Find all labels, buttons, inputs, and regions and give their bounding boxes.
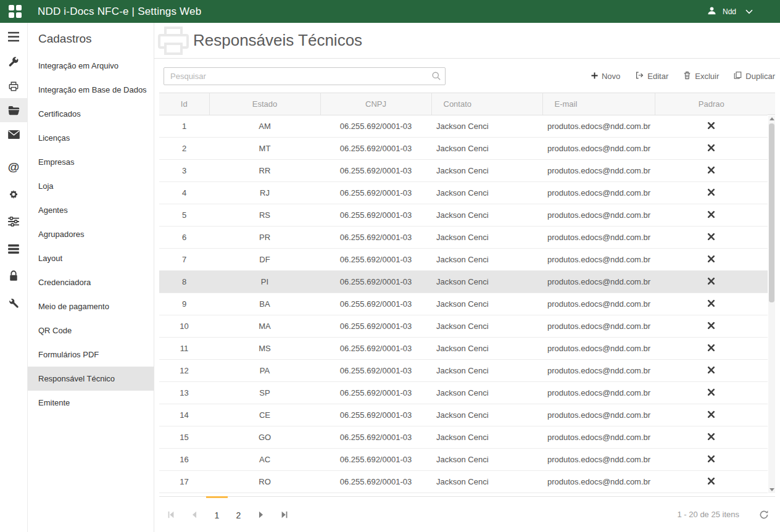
lock-icon[interactable]	[0, 262, 27, 289]
column-header-id[interactable]: Id	[159, 93, 209, 115]
table-row[interactable]: 10MA06.255.692/0001-03Jackson Cenciprodu…	[159, 315, 768, 338]
duplicar-button[interactable]: Duplicar	[734, 71, 775, 81]
search-box	[164, 67, 446, 85]
novo-label: Novo	[602, 72, 620, 81]
table-row[interactable]: 13SP06.255.692/0001-03Jackson Cenciprodu…	[159, 382, 768, 404]
table-row[interactable]: 5RS06.255.692/0001-03Jackson Cenciprodut…	[159, 204, 768, 227]
pager-next-button[interactable]	[249, 497, 273, 532]
refresh-button[interactable]	[753, 497, 775, 532]
table-row[interactable]: 1AM06.255.692/0001-03Jackson Cenciprodut…	[159, 115, 768, 138]
chevron-down-icon	[745, 7, 753, 16]
table-row[interactable]: 15GO06.255.692/0001-03Jackson Cenciprodu…	[159, 426, 768, 449]
stack-icon[interactable]	[0, 235, 27, 262]
table-row[interactable]: 11MS06.255.692/0001-03Jackson Cenciprodu…	[159, 338, 768, 360]
actions-bar: Novo Editar Excluir	[159, 67, 775, 85]
sidebar-item[interactable]: Emitente	[28, 391, 154, 415]
column-header-email[interactable]: E-mail	[542, 93, 655, 115]
pager-pages: 12	[206, 497, 249, 532]
pager-page-2[interactable]: 2	[228, 496, 249, 532]
sidebar-item[interactable]: Loja	[28, 174, 154, 198]
scroll-thumb[interactable]	[769, 123, 774, 302]
gear-icon[interactable]	[0, 181, 27, 208]
sidebar: Cadastros Integração em ArquivoIntegraçã…	[28, 23, 154, 532]
column-header-estado[interactable]: Estado	[209, 93, 320, 115]
sliders-icon[interactable]	[0, 208, 27, 235]
sidebar-item[interactable]: Layout	[28, 246, 154, 270]
search-input[interactable]	[164, 67, 446, 85]
not-default-icon	[707, 300, 715, 309]
sidebar-item[interactable]: Integração em Arquivo	[28, 54, 154, 78]
vertical-scrollbar[interactable]	[768, 115, 775, 493]
app-launcher-icon[interactable]	[9, 5, 22, 19]
page-header: Responsáveis Técnicos	[154, 23, 780, 59]
search-icon[interactable]	[431, 71, 441, 83]
mail-icon[interactable]	[0, 122, 27, 146]
not-default-icon	[707, 367, 715, 376]
table-row[interactable]: 9BA06.255.692/0001-03Jackson Cenciprodut…	[159, 293, 768, 315]
pager-last-button[interactable]	[273, 497, 296, 532]
sidebar-item[interactable]: Meio de pagamento	[28, 294, 154, 318]
not-default-icon	[707, 256, 715, 265]
folder-icon[interactable]	[0, 98, 27, 122]
not-default-icon	[707, 411, 715, 420]
pager-page-1[interactable]: 1	[206, 496, 228, 532]
grid-header: IdEstadoCNPJContatoE-mailPadrao	[159, 93, 768, 115]
sidebar-item[interactable]: Responsável Técnico	[28, 367, 154, 391]
table-row[interactable]: 2MT06.255.692/0001-03Jackson Cenciprodut…	[159, 138, 768, 160]
not-default-icon	[707, 278, 715, 287]
excluir-button[interactable]: Excluir	[683, 71, 719, 81]
scroll-up-arrow[interactable]	[768, 115, 775, 122]
table-row[interactable]: 12PA06.255.692/0001-03Jackson Cenciprodu…	[159, 360, 768, 382]
menu-icon[interactable]	[0, 23, 27, 50]
table-row[interactable]: 7DF06.255.692/0001-03Jackson Cenciprodut…	[159, 249, 768, 271]
not-default-icon	[707, 344, 715, 354]
novo-button[interactable]: Novo	[591, 72, 620, 81]
editar-label: Editar	[647, 72, 668, 81]
pager-prev-button[interactable]	[183, 497, 206, 532]
sidebar-item[interactable]: Empresas	[28, 150, 154, 174]
not-default-icon	[707, 122, 715, 131]
user-menu[interactable]: Ndd	[707, 6, 753, 18]
page-title: Responsáveis Técnicos	[193, 31, 362, 50]
scroll-down-arrow[interactable]	[768, 486, 775, 493]
scrollbar-corner	[768, 93, 775, 115]
sidebar-item[interactable]: Agentes	[28, 198, 154, 222]
table-row[interactable]: 6PR06.255.692/0001-03Jackson Cenciprodut…	[159, 227, 768, 249]
pager-first-button[interactable]	[159, 497, 183, 532]
editar-button[interactable]: Editar	[635, 71, 668, 81]
printer-icon[interactable]	[0, 74, 27, 98]
not-default-icon	[707, 455, 715, 465]
column-header-contato[interactable]: Contato	[431, 93, 542, 115]
grid-toolbar: Novo Editar Excluir	[591, 71, 775, 81]
table-row[interactable]: 14CE06.255.692/0001-03Jackson Cenciprodu…	[159, 404, 768, 426]
main-content: Responsáveis Técnicos Novo	[154, 23, 780, 532]
table-row[interactable]: 8PI06.255.692/0001-03Jackson Cenciprodut…	[159, 271, 768, 293]
wrench-icon[interactable]	[0, 289, 27, 317]
icon-rail: @	[0, 23, 28, 532]
user-icon	[707, 6, 717, 18]
sidebar-item[interactable]: Formulários PDF	[28, 343, 154, 367]
sidebar-item[interactable]: Licenças	[28, 126, 154, 150]
app-title: NDD i-Docs NFC-e | Settings Web	[38, 6, 201, 18]
table-row[interactable]: 4RJ06.255.692/0001-03Jackson Cenciprodut…	[159, 182, 768, 204]
grid-header-row: IdEstadoCNPJContatoE-mailPadrao	[159, 93, 768, 115]
sidebar-item[interactable]: Credenciadora	[28, 270, 154, 294]
column-header-cnpj[interactable]: CNPJ	[320, 93, 431, 115]
sidebar-item[interactable]: Agrupadores	[28, 222, 154, 246]
sidebar-item[interactable]: Certificados	[28, 102, 154, 126]
table-row[interactable]: 3RR06.255.692/0001-03Jackson Cenciprodut…	[159, 160, 768, 182]
trash-icon	[683, 71, 691, 81]
column-header-padrao[interactable]: Padrao	[655, 93, 768, 115]
sidebar-menu: Integração em ArquivoIntegração em Base …	[28, 54, 154, 415]
sidebar-item[interactable]: QR Code	[28, 318, 154, 343]
at-icon[interactable]: @	[0, 154, 27, 181]
topbar: NDD i-Docs NFC-e | Settings Web Ndd	[0, 0, 780, 23]
sidebar-item[interactable]: Integração em Base de Dados	[28, 78, 154, 102]
not-default-icon	[707, 211, 715, 220]
tools-icon[interactable]	[0, 50, 27, 74]
table-row[interactable]: 17RO06.255.692/0001-03Jackson Cenciprodu…	[159, 471, 768, 493]
edit-icon	[635, 71, 644, 81]
plus-icon	[591, 72, 598, 81]
not-default-icon	[707, 167, 715, 176]
table-row[interactable]: 16AC06.255.692/0001-03Jackson Cenciprodu…	[159, 449, 768, 471]
